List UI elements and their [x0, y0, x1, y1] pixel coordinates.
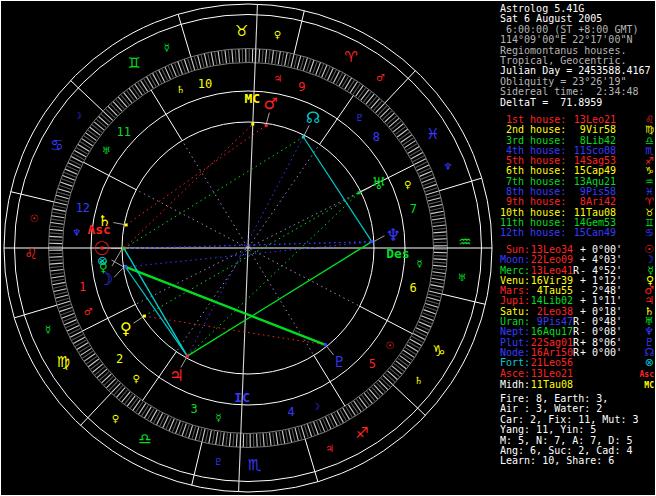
sign-boundary-3 [71, 81, 103, 112]
house-cusp-line-9 [320, 95, 354, 144]
house-ruler-icon-3: ☿ [215, 412, 221, 423]
position-dot-venus [143, 315, 146, 318]
retrograde-flag: R [573, 266, 580, 276]
aspect-square-Sun-MC [124, 124, 253, 248]
info-line-9: DeltaT = 71.8959 [500, 98, 654, 108]
planet-glyph-node: ☊ [306, 108, 320, 127]
planet-glyph-uranus: ♅ [372, 174, 386, 193]
house-number-9: 9 [298, 80, 305, 94]
pointer-line-mars [266, 113, 269, 124]
pointer-line-neptune [374, 236, 385, 242]
house-ruler-icon-4: ☽ [311, 401, 320, 412]
angle-label-mc: MC [245, 91, 261, 106]
house-number-10: 10 [198, 77, 212, 91]
sign-ruler-icon-sagittarius: ♃ [325, 443, 334, 454]
house-number-3: 3 [191, 402, 198, 416]
planet-glyph-moon: ☽ [98, 269, 113, 289]
house-number-12: 12 [76, 201, 90, 215]
house-cusp-line-6 [360, 306, 413, 334]
house-number-11: 11 [116, 125, 130, 139]
planet-label: Midh: [500, 380, 530, 390]
planet-icon: ⊗ [628, 358, 654, 368]
position-dot-mc [251, 123, 254, 126]
sign-icon-libra: ♎ [138, 430, 151, 448]
aspect-sextile-Moon-Jupiter [125, 267, 187, 356]
aspect-trine-Jupiter-Uranus [187, 193, 359, 356]
planet-glyph-venus: ♀ [120, 319, 132, 338]
sign-boundary-6 [81, 393, 112, 425]
pointer-line-node [304, 125, 309, 135]
planet-glyph-neptune: ♆ [386, 225, 401, 245]
planet-label: Asce: [500, 369, 530, 379]
astrolog-window: 1♂2♀3☿4☽5☉6☿7♀8♇9♃10♄11♅12♆♈♂♉♀♊☿♋☽♌☉♍☿♎… [0, 0, 656, 496]
chart-header-info: Astrolog 5.41GSat 6 August 2005 6:00:00 … [500, 4, 654, 108]
sign-boundary-7 [192, 442, 202, 485]
sign-ruler-icon-aquarius: ♅ [457, 272, 466, 283]
aspect-square-Mars-Saturn [126, 125, 266, 225]
house-ruler-icon-12: ♆ [72, 227, 81, 238]
house-cusp-line-12 [84, 162, 137, 190]
sign-boundary-8 [305, 439, 318, 482]
house-ruler-icon-10: ♄ [176, 84, 185, 95]
planet-glyph-mars: ♂ [264, 94, 278, 113]
sign-ruler-icon-capricorn: ♄ [414, 375, 423, 386]
planet-position-list: Sun:13Leo34+ 0°00'☉Moon:22Leo09+ 4°03'☽M… [500, 245, 654, 391]
zodiac-sign-icon: ♋ [616, 228, 654, 238]
sign-ruler-icon-virgo: ☿ [45, 324, 51, 335]
angle-label-ic: IC [234, 390, 250, 405]
chart-statistics: Fire: 8, Earth: 3,Air : 3, Water: 2Car: … [500, 394, 654, 467]
sign-ruler-icon-taurus: ♀ [274, 29, 281, 40]
position-dot-mars [265, 124, 268, 127]
aspect-opposition-Venus-Uranus [144, 193, 359, 316]
planet-row-midh: Midh:11Tau08MC [500, 380, 654, 391]
stats-line-6: Learn: 10, Share: 6 [500, 456, 654, 466]
sign-boundary-0 [385, 71, 416, 103]
position-dot-moon [124, 265, 127, 268]
planet-position-value: 13Leo21 [530, 369, 573, 379]
latitude-value: + 0°00' [580, 348, 628, 358]
sign-ruler-icon-leo: ☉ [30, 213, 39, 224]
house-ruler-icon-5: ☉ [385, 340, 394, 351]
position-dot-neptune [370, 240, 373, 243]
planet-glyph-fortune: ⊗ [97, 253, 108, 268]
sign-ruler-icon-pisces: ♆ [444, 161, 453, 172]
retrograde-flag: R [573, 348, 580, 358]
house-cusp-list: 1st house:13Leo21♌ 2nd house: 9Vir58♍ 3r… [500, 115, 654, 239]
aspect-trine-Sun-Node [124, 137, 303, 248]
sign-boundary-11 [439, 178, 482, 191]
chart-info-panel: Astrolog 5.41GSat 6 August 2005 6:00:00 … [498, 1, 656, 496]
sign-icon-leo: ♌ [24, 245, 37, 263]
house-number-6: 6 [410, 281, 417, 295]
house-ruler-icon-11: ♅ [102, 145, 111, 156]
angle-label-asc: Asc [87, 222, 110, 237]
sign-icon-pisces: ♓ [426, 125, 439, 143]
pointer-line-saturn [113, 223, 124, 225]
sign-icon-taurus: ♉ [235, 22, 248, 40]
sign-boundary-10 [442, 294, 485, 304]
house-number-7: 7 [410, 202, 417, 216]
pointer-line-uranus [361, 187, 371, 192]
house-ruler-icon-9: ♃ [273, 73, 282, 84]
sign-icon-cancer: ♋ [50, 136, 63, 154]
house-ruler-icon-6: ☿ [416, 258, 422, 269]
sign-ruler-icon-scorpio: ♇ [214, 456, 223, 467]
sign-ruler-icon-aries: ♂ [376, 72, 385, 83]
house-number-2: 2 [116, 352, 123, 366]
pointer-line-venus [133, 317, 142, 323]
position-dot-pluto [324, 343, 327, 346]
planet-glyph-pluto: ♇ [332, 353, 345, 371]
position-dot-jupiter [186, 355, 189, 358]
sign-boundary-1 [294, 11, 304, 54]
house-ruler-icon-2: ♀ [133, 373, 140, 384]
sign-ruler-icon-libra: ♀ [112, 413, 119, 424]
planet-icon: Asc [628, 370, 654, 380]
house-cusp-value: 15Can49 [566, 228, 616, 238]
house-ruler-icon-1: ♂ [84, 306, 93, 317]
sign-ruler-icon-gemini: ☿ [163, 42, 169, 53]
house-ruler-icon-8: ♇ [355, 112, 364, 123]
sign-icon-sagittarius: ♐ [355, 424, 368, 442]
planet-position-value: 11Tau08 [530, 380, 573, 390]
house-row-12: 12th house:15Can49♋ [500, 228, 654, 238]
chart-wheel: 1♂2♀3☿4☽5☉6☿7♀8♇9♃10♄11♅12♆♈♂♉♀♊☿♋☽♌☉♍☿♎… [1, 1, 497, 496]
house-number-1: 1 [79, 280, 86, 294]
